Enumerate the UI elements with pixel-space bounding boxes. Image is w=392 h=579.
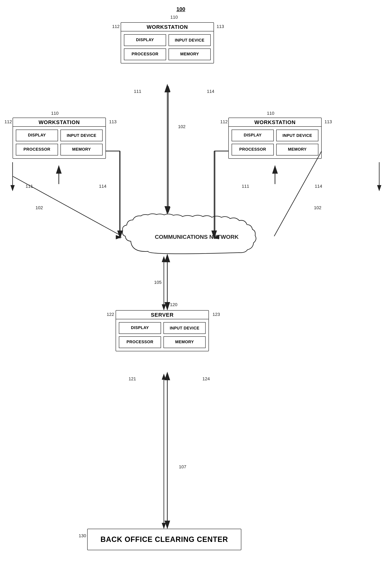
right-workstation-label: WORKSTATION xyxy=(229,118,321,127)
top-ws-memory: MEMORY xyxy=(168,48,211,60)
figure-number: 100 xyxy=(176,6,185,12)
server-display: DISPLAY xyxy=(119,322,161,334)
ref-107: 107 xyxy=(179,464,186,470)
clean-arrows xyxy=(0,0,392,579)
left-ws-ref-br: 114 xyxy=(99,184,106,189)
left-workstation-label: WORKSTATION xyxy=(13,118,105,127)
server-memory: MEMORY xyxy=(163,336,206,348)
ref-102-top: 102 xyxy=(178,124,186,129)
server-box: SERVER DISPLAY INPUT DEVICE PROCESSOR ME… xyxy=(116,310,209,351)
top-ws-ref-bl: 111 xyxy=(134,89,141,94)
server-ref-box: 120 xyxy=(170,302,177,307)
right-ws-ref-bl: 111 xyxy=(242,184,249,189)
left-ws-ref-right: 113 xyxy=(109,119,117,125)
top-ws-input-device: INPUT DEVICE xyxy=(168,34,211,46)
right-ws-network-diag xyxy=(274,151,322,236)
back-office-box: BACK OFFICE CLEARING CENTER xyxy=(87,529,241,550)
server-processor: PROCESSOR xyxy=(119,336,161,348)
top-workstation-box: WORKSTATION DISPLAY INPUT DEVICE PROCESS… xyxy=(121,22,214,64)
right-ws-processor: PROCESSOR xyxy=(232,144,274,155)
right-ws-display: DISPLAY xyxy=(232,130,274,141)
left-ws-to-network-line xyxy=(106,151,121,237)
left-ws-ref-box: 110 xyxy=(51,111,59,116)
top-workstation-label: WORKSTATION xyxy=(121,23,214,31)
server-label: SERVER xyxy=(116,311,209,319)
right-ws-ref-br: 114 xyxy=(315,184,322,189)
left-ws-display: DISPLAY xyxy=(16,130,58,141)
top-ws-ref-left: 112 xyxy=(112,24,120,29)
right-workstation-box: WORKSTATION DISPLAY INPUT DEVICE PROCESS… xyxy=(228,118,322,159)
svg-text:COMMUNICATIONS NETWORK: COMMUNICATIONS NETWORK xyxy=(155,234,238,240)
top-ws-ref-br: 114 xyxy=(207,89,214,94)
left-ws-input-device: INPUT DEVICE xyxy=(61,130,103,141)
server-ref-right: 123 xyxy=(213,312,220,317)
top-ws-ref-box: 110 xyxy=(170,15,178,20)
right-ws-ref-box: 110 xyxy=(267,111,274,116)
right-ws-ref-left: 112 xyxy=(220,119,228,125)
server-ref-bl: 121 xyxy=(129,376,136,381)
connection-arrows xyxy=(0,0,392,579)
server-input-device: INPUT DEVICE xyxy=(163,322,206,334)
right-ws-input-device: INPUT DEVICE xyxy=(276,130,318,141)
top-ws-ref-right: 113 xyxy=(217,24,224,29)
left-workstation-box: WORKSTATION DISPLAY INPUT DEVICE PROCESS… xyxy=(12,118,106,159)
top-ws-display: DISPLAY xyxy=(124,34,166,46)
back-office-label: BACK OFFICE CLEARING CENTER xyxy=(92,535,237,544)
top-ws-processor: PROCESSOR xyxy=(124,48,166,60)
server-ref-left: 122 xyxy=(107,312,114,317)
server-ref-br: 124 xyxy=(202,376,210,381)
left-ws-ref-left: 112 xyxy=(4,119,12,125)
right-ws-memory: MEMORY xyxy=(276,144,318,155)
ref-102-left: 102 xyxy=(35,205,43,211)
back-office-ref: 130 xyxy=(79,533,86,538)
left-ws-processor: PROCESSOR xyxy=(16,144,58,155)
left-ws-memory: MEMORY xyxy=(61,144,103,155)
left-ws-ref-bl: 111 xyxy=(26,184,33,189)
right-ws-ref-right: 113 xyxy=(324,119,332,125)
ref-102-right: 102 xyxy=(314,205,321,211)
ref-105: 105 xyxy=(154,280,162,285)
communications-network: COMMUNICATIONS NETWORK xyxy=(120,213,274,262)
